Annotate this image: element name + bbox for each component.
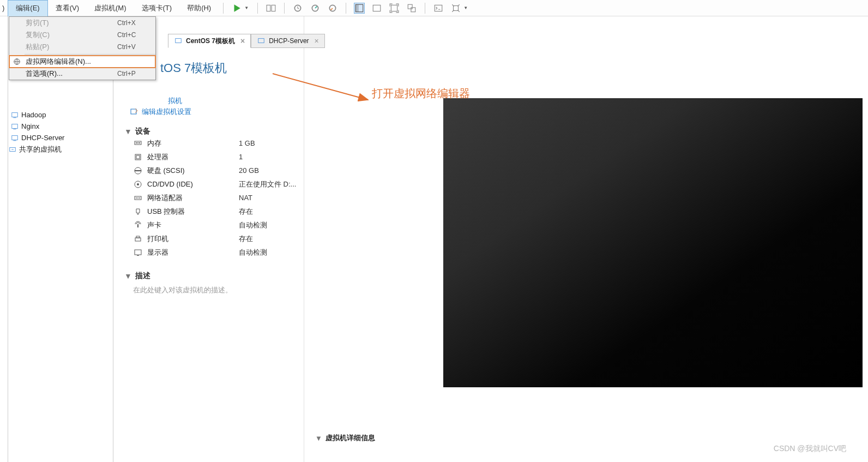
vm-icon xyxy=(10,111,19,119)
device-row[interactable]: 内存1 GB xyxy=(124,136,304,150)
device-icon xyxy=(133,139,143,148)
svg-rect-27 xyxy=(139,142,140,143)
annotation-text: 打开虚拟网络编辑器 xyxy=(372,86,470,101)
separator xyxy=(223,3,224,14)
svg-line-43 xyxy=(273,74,368,100)
device-value: 存在 xyxy=(239,234,253,244)
device-row[interactable]: 处理器1 xyxy=(124,150,304,164)
snapshot-icon[interactable] xyxy=(292,3,303,14)
tab-centos7[interactable]: CentOS 7模板机 × xyxy=(168,34,251,48)
svg-rect-26 xyxy=(137,142,138,143)
svg-rect-21 xyxy=(176,39,182,43)
separator xyxy=(425,3,425,14)
device-row[interactable]: 显示器自动检测 xyxy=(124,245,304,259)
svg-rect-0 xyxy=(267,5,270,11)
vm-icon xyxy=(10,134,19,142)
device-label: 处理器 xyxy=(147,152,234,162)
view-mode2-icon[interactable] xyxy=(371,3,382,14)
sidebar-item-nginx[interactable]: Nginx xyxy=(8,121,113,132)
description-header[interactable]: ▼ 描述 xyxy=(124,271,304,281)
svg-rect-29 xyxy=(136,155,140,159)
left-edge xyxy=(0,16,8,462)
vm-icon xyxy=(10,122,19,131)
sidebar-item-label: Hadoop xyxy=(21,111,46,119)
menu-view[interactable]: 查看(V) xyxy=(48,0,87,16)
watermark: CSDN @我就叫CV吧 xyxy=(774,444,846,454)
sidebar-item-dhcp[interactable]: DHCP-Server xyxy=(8,132,113,143)
device-icon xyxy=(133,248,143,257)
play-icon[interactable] xyxy=(231,3,242,14)
device-row[interactable]: 硬盘 (SCSI)20 GB xyxy=(124,164,304,177)
edit-menu-dropdown: 剪切(T) Ctrl+X 复制(C) Ctrl+C 粘贴(P) Ctrl+V 虚… xyxy=(9,16,156,80)
device-row[interactable]: USB 控制器存在 xyxy=(124,205,304,218)
device-label: 显示器 xyxy=(147,248,234,257)
device-label: 网络适配器 xyxy=(147,193,234,203)
menu-virtual-network-editor[interactable]: 虚拟网络编辑器(N)... xyxy=(9,56,155,68)
edit-icon xyxy=(130,107,138,116)
stretch-icon[interactable] xyxy=(450,3,461,14)
svg-rect-41 xyxy=(135,250,141,255)
menu-cut[interactable]: 剪切(T) Ctrl+X xyxy=(9,17,155,29)
svg-rect-31 xyxy=(135,170,141,171)
svg-rect-16 xyxy=(12,124,18,128)
svg-rect-18 xyxy=(12,135,18,140)
toolbar-icon-1[interactable] xyxy=(266,3,276,14)
menu-preferences[interactable]: 首选项(R)... Ctrl+P xyxy=(9,68,155,80)
svg-rect-39 xyxy=(135,238,141,241)
device-icon xyxy=(133,220,143,230)
svg-rect-25 xyxy=(136,142,137,143)
console-icon[interactable] xyxy=(433,3,444,14)
svg-rect-19 xyxy=(13,140,16,141)
menu-vm[interactable]: 虚拟机(M) xyxy=(87,0,134,16)
vm-details-header[interactable]: ▼ 虚拟机详细信息 xyxy=(315,433,375,443)
device-label: 打印机 xyxy=(147,234,234,244)
device-value: 自动检测 xyxy=(239,248,267,257)
svg-rect-42 xyxy=(137,255,139,256)
snapshot-manager-icon[interactable] xyxy=(327,3,338,14)
tab-dhcp[interactable]: DHCP-Server × xyxy=(251,34,325,48)
device-row[interactable]: 网络适配器NAT xyxy=(124,191,304,205)
device-value: 自动检测 xyxy=(239,220,267,230)
action-partial[interactable]: 拟机 xyxy=(168,97,182,105)
sidebar-item-hadoop[interactable]: Hadoop xyxy=(8,109,113,121)
unity-icon[interactable] xyxy=(406,3,417,14)
device-row[interactable]: 声卡自动检测 xyxy=(124,218,304,232)
svg-rect-7 xyxy=(373,5,381,11)
menu-copy[interactable]: 复制(C) Ctrl+C xyxy=(9,29,155,41)
svg-rect-22 xyxy=(258,39,264,43)
snapshot-revert-icon[interactable] xyxy=(310,3,321,14)
device-value: 1 GB xyxy=(239,139,255,147)
devices-header[interactable]: ▼ 设备 xyxy=(124,127,304,136)
menu-edit[interactable]: 编辑(E) xyxy=(8,0,47,16)
view-mode1-icon[interactable] xyxy=(354,3,365,14)
stretch-caret-icon[interactable]: ▼ xyxy=(463,5,469,10)
close-icon[interactable]: × xyxy=(240,37,245,45)
menu-file-fragment[interactable]: ) xyxy=(0,0,8,16)
close-icon[interactable]: × xyxy=(315,37,319,45)
device-value: 正在使用文件 D:... xyxy=(239,179,296,189)
menu-separator xyxy=(25,54,155,55)
sidebar-shared-vms[interactable]: 共享的虚拟机 xyxy=(8,143,113,155)
vm-preview[interactable] xyxy=(443,98,863,387)
device-row[interactable]: 打印机存在 xyxy=(124,232,304,245)
device-icon xyxy=(133,207,143,217)
device-row[interactable]: CD/DVD (IDE)正在使用文件 D:... xyxy=(124,177,304,191)
svg-rect-14 xyxy=(12,112,18,117)
device-label: USB 控制器 xyxy=(147,207,234,217)
menu-help[interactable]: 帮助(H) xyxy=(179,0,219,16)
device-value: NAT xyxy=(239,194,252,202)
svg-rect-9 xyxy=(408,4,412,9)
fullscreen-icon[interactable] xyxy=(389,3,400,14)
device-icon xyxy=(133,166,143,176)
svg-rect-17 xyxy=(13,129,16,129)
menu-tabs[interactable]: 选项卡(T) xyxy=(134,0,180,16)
menu-paste[interactable]: 粘贴(P) Ctrl+V xyxy=(9,41,155,53)
description-placeholder[interactable]: 在此处键入对该虚拟机的描述。 xyxy=(124,281,304,295)
svg-point-35 xyxy=(136,197,137,199)
play-caret-icon[interactable]: ▼ xyxy=(244,5,250,10)
separator xyxy=(257,3,258,14)
tab-label: CentOS 7模板机 xyxy=(186,37,235,46)
svg-rect-38 xyxy=(137,224,138,227)
globe-icon xyxy=(9,58,25,65)
svg-rect-8 xyxy=(391,5,397,11)
